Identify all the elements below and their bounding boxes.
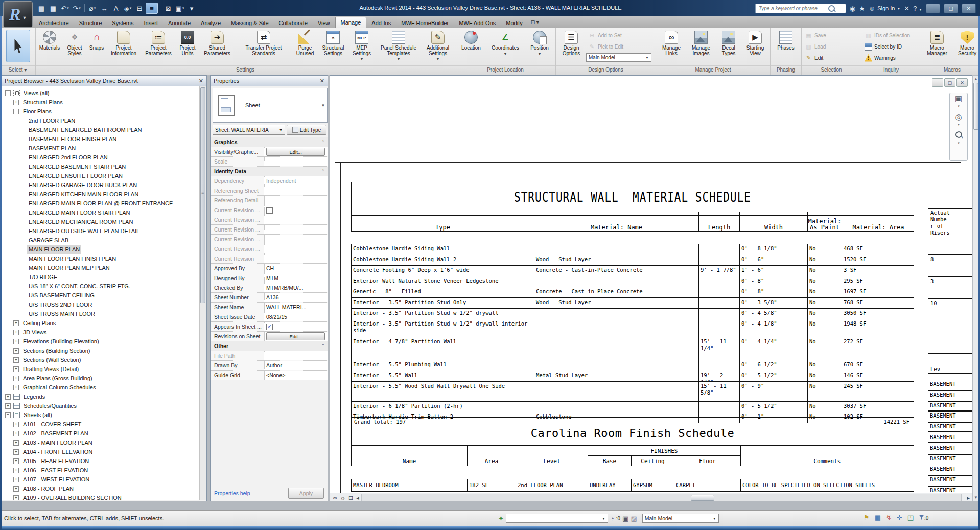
communication-center-icon[interactable]: ◉ — [850, 5, 855, 12]
select-panel-label[interactable]: Select ▾ — [0, 65, 35, 75]
project-browser-close-icon[interactable]: ✕ — [199, 78, 203, 84]
tree-item[interactable]: BASEMENT FLOOR FINISH PLAN — [2, 134, 200, 144]
infocenter-search[interactable] — [755, 4, 846, 13]
tab-systems[interactable]: Systems — [107, 18, 138, 28]
tab-annotate[interactable]: Annotate — [163, 18, 196, 28]
tree-toggle-icon[interactable]: + — [13, 486, 19, 492]
tree-toggle-icon[interactable]: + — [13, 422, 19, 427]
exclude-options-icon[interactable]: ▨ — [631, 515, 637, 522]
project-information-button[interactable]: Project Information — [107, 29, 141, 65]
tree-toggle-icon[interactable]: + — [13, 366, 19, 372]
drag-on-selection-toggle-icon[interactable]: ◳ — [907, 514, 914, 521]
tab-add-ins[interactable]: Add-Ins — [366, 18, 396, 28]
property-value[interactable]: A136 — [264, 293, 328, 302]
view-minimize-icon[interactable]: ‒ — [932, 78, 943, 87]
search-input[interactable] — [758, 5, 826, 12]
tab-insert[interactable]: Insert — [139, 18, 164, 28]
tree-item[interactable]: BASEMENT PLAN — [2, 144, 200, 153]
tree-item[interactable]: ENLARGED MAIN FLOOR PLAN @ FRONT ENTRANC… — [2, 199, 200, 208]
room-schedule-title-block[interactable]: Grand total: 197 14221 SF Carolina Room … — [351, 417, 914, 446]
mep-settings-button[interactable]: MEPMEP Settings▼ — [348, 29, 375, 65]
tree-item-selected[interactable]: MAIN FLOOR PLAN — [2, 245, 200, 254]
project-parameters-button[interactable]: ≔Project Parameters — [141, 29, 176, 65]
decal-types-button[interactable]: Decal Types — [716, 29, 741, 65]
manage-images-button[interactable]: Manage Images — [686, 29, 716, 65]
redo-icon[interactable]: ↷▾ — [71, 3, 82, 13]
room-schedule-row[interactable]: MASTER BEDROOM182 SF2nd FLOOR PLANUNDERL… — [351, 479, 914, 492]
macro-manager-button[interactable]: ≣Macro Manager — [922, 29, 952, 65]
tree-toggle-icon[interactable]: + — [13, 468, 19, 473]
tree-toggle-icon[interactable]: − — [5, 90, 11, 96]
crop-view-icon[interactable]: ⊡ — [348, 495, 353, 501]
active-design-option-dropdown[interactable]: Main Model▼ — [586, 53, 651, 62]
property-value[interactable]: ✔ — [264, 322, 328, 331]
tree-item[interactable]: ENLARGED ENSUITE FLOOR PLAN — [2, 171, 200, 180]
property-section-identity-data[interactable]: Identity Data⌃ — [211, 167, 328, 176]
tree-toggle-icon[interactable]: + — [5, 403, 11, 409]
tree-toggle-icon[interactable]: − — [13, 109, 19, 114]
tree-item[interactable]: U/S TRUSS MAIN FLOOR — [2, 309, 200, 318]
property-value[interactable] — [264, 215, 328, 224]
tree-toggle-icon[interactable]: + — [13, 376, 19, 381]
tab-view[interactable]: View — [313, 18, 335, 28]
tab-structure[interactable]: Structure — [74, 18, 107, 28]
property-value[interactable]: Edit... — [264, 147, 328, 156]
tab-architecture[interactable]: Architecture — [34, 18, 74, 28]
section-icon[interactable]: ⊟ — [134, 3, 145, 13]
close-hidden-windows-icon[interactable]: ⊠ — [162, 3, 174, 13]
tree-item[interactable]: +A101 - COVER SHEET — [2, 420, 200, 429]
tree-item[interactable]: MAIN FLOOR PLAN MEP PLAN — [2, 263, 200, 272]
project-units-button[interactable]: 0.0Project Units — [176, 29, 199, 65]
type-selector-chevron-icon[interactable]: ▼ — [319, 88, 327, 122]
reveal-hidden-elements-icon[interactable]: ☼ — [340, 495, 345, 501]
design-options-icon[interactable]: ▣ — [622, 515, 628, 522]
tab-analyze[interactable]: Analyze — [196, 18, 226, 28]
sign-in-button[interactable]: ☺ Sign In ▼ — [869, 5, 900, 12]
editing-requests-icon[interactable]: ◔ — [610, 515, 614, 522]
worksets-icon[interactable]: ✦ — [498, 515, 504, 522]
tree-toggle-icon[interactable]: + — [13, 339, 19, 344]
warnings-button[interactable]: !Warnings — [862, 52, 920, 63]
panel-schedule-templates-button[interactable]: Panel Schedule Templates▼ — [376, 29, 422, 65]
tree-item[interactable]: +A105 - REAR ELEVATION — [2, 456, 200, 466]
macro-security-button[interactable]: !Macro Security — [952, 29, 980, 65]
tree-item[interactable]: 2nd FLOOR PLAN — [2, 116, 200, 125]
aligned-dimension-icon[interactable]: ↔ — [99, 3, 110, 13]
property-value[interactable] — [264, 225, 328, 234]
tree-item[interactable]: −Floor Plans — [2, 107, 200, 116]
shared-parameters-button[interactable]: ➔Shared Parameters — [199, 29, 235, 65]
steering-wheel-icon[interactable]: ◎▾ — [955, 113, 962, 128]
pick-to-edit-button[interactable]: ✎Pick to Edit — [586, 41, 655, 52]
property-value[interactable]: MTM/RB/MU/... — [264, 283, 328, 292]
location-button[interactable]: Location — [456, 29, 486, 65]
property-value[interactable]: 08/21/15 — [264, 312, 328, 321]
property-value[interactable]: MTM — [264, 273, 328, 283]
project-browser-scrollbar-thumb[interactable] — [200, 87, 205, 303]
view-close-icon[interactable]: ✕ — [956, 78, 968, 87]
tree-item[interactable]: +Drafting Views (Detail) — [2, 364, 200, 374]
edit-button[interactable]: Edit... — [266, 332, 325, 340]
design-options-button[interactable]: ☰Design Options — [557, 29, 586, 65]
wall-schedule-body[interactable]: Cobblestone Hardie Siding Wall0' - 8 1/8… — [351, 244, 914, 423]
save-button[interactable]: ▦Save — [803, 30, 860, 41]
tree-item[interactable]: ENLARGED MAIN FLOOR STAIR PLAN — [2, 208, 200, 217]
view-restore-icon[interactable]: ▢ — [944, 78, 955, 87]
active-workset-dropdown[interactable]: ▼ — [506, 514, 608, 523]
search-icon[interactable] — [828, 5, 835, 12]
ribbon-display-toggle-icon[interactable]: ⊡ ▾ — [531, 19, 539, 28]
tree-toggle-icon[interactable]: + — [13, 440, 19, 446]
tree-item[interactable]: +Area Plans (Gross Building) — [2, 374, 200, 383]
properties-help-link[interactable]: Properties help — [214, 490, 250, 496]
tree-item[interactable]: +Legends — [2, 392, 200, 401]
wall-schedule-header-block[interactable]: STRUCTURAL WALL MATERIAL SCHEDULE TypeMa… — [351, 182, 914, 232]
tree-item[interactable]: BASEMENT ENLARGED BATHROOM PLAN — [2, 125, 200, 134]
starting-view-button[interactable]: ▶Starting View — [741, 29, 769, 65]
tree-item[interactable]: +A106 - EAST ELEVATION — [2, 466, 200, 475]
purge-unused-button[interactable]: Purge Unused — [292, 29, 318, 65]
modify-button[interactable] — [6, 30, 30, 62]
tree-toggle-icon[interactable]: + — [13, 477, 19, 482]
measure-icon[interactable]: ⌀▾ — [87, 3, 98, 13]
add-to-set-button[interactable]: ⊞Add to Set — [586, 30, 655, 41]
property-value[interactable]: <None> — [264, 371, 328, 380]
text-icon[interactable]: A — [110, 3, 122, 13]
